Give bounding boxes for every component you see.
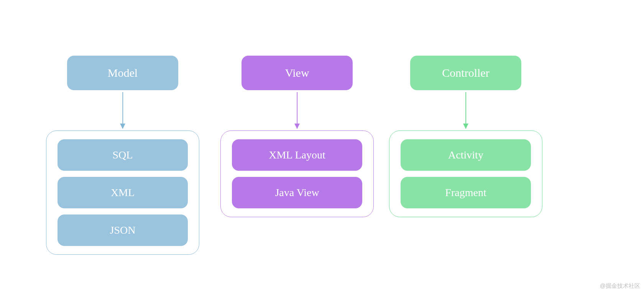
diagram-canvas: Model SQL XML JSON View XML Layout: [0, 0, 644, 292]
item-xml-label: XML: [111, 186, 135, 199]
item-xml-layout-label: XML Layout: [269, 149, 325, 161]
item-java-view-label: Java View: [275, 186, 319, 199]
item-xml: XML: [58, 177, 188, 208]
group-model: SQL XML JSON: [46, 130, 199, 255]
item-json-label: JSON: [110, 224, 136, 236]
column-view: View XML Layout Java View: [220, 56, 374, 217]
item-activity: Activity: [401, 139, 531, 171]
header-model: Model: [67, 56, 178, 90]
header-controller: Controller: [410, 56, 521, 90]
item-sql: SQL: [58, 139, 188, 171]
item-java-view: Java View: [232, 177, 362, 208]
header-model-label: Model: [108, 66, 138, 79]
item-fragment: Fragment: [401, 177, 531, 208]
item-xml-layout: XML Layout: [232, 139, 362, 171]
group-controller: Activity Fragment: [389, 130, 542, 217]
header-view-label: View: [285, 66, 309, 79]
column-controller: Controller Activity Fragment: [389, 56, 542, 217]
item-json: JSON: [58, 214, 188, 246]
item-activity-label: Activity: [448, 149, 483, 161]
item-sql-label: SQL: [113, 149, 133, 161]
header-controller-label: Controller: [442, 66, 489, 79]
group-view: XML Layout Java View: [220, 130, 374, 217]
item-fragment-label: Fragment: [445, 186, 486, 199]
watermark: @掘金技术社区: [600, 282, 640, 290]
header-view: View: [242, 56, 353, 90]
column-model: Model SQL XML JSON: [46, 56, 199, 255]
